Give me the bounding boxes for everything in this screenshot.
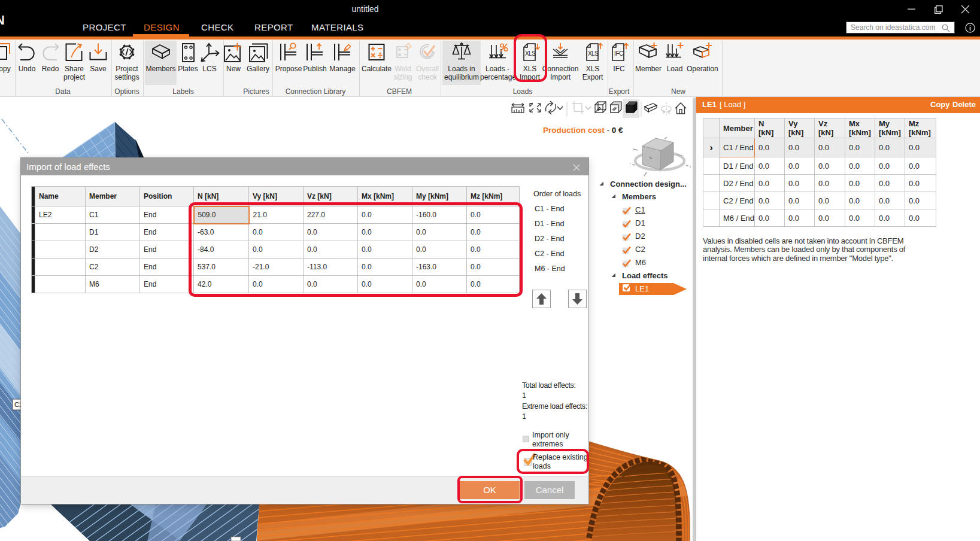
svg-text:IFC: IFC xyxy=(614,50,623,57)
svg-text:XLS: XLS xyxy=(588,50,599,57)
